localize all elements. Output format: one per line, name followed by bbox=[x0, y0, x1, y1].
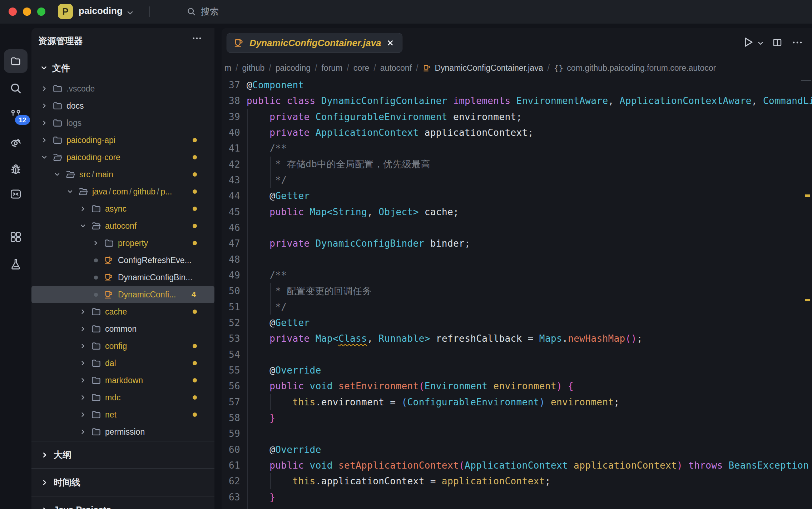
code-line-42[interactable]: 42 * 存储db中的全局配置，优先级最高 bbox=[222, 157, 812, 172]
chevron-down-icon[interactable] bbox=[79, 222, 86, 229]
chevron-down-icon[interactable] bbox=[54, 171, 61, 178]
code-line-38[interactable]: 38public class DynamicConfigContainer im… bbox=[222, 93, 812, 109]
code-line-59[interactable]: 59 bbox=[222, 426, 812, 441]
tree-item-logs[interactable]: logs bbox=[31, 114, 214, 132]
chevron-right-icon[interactable] bbox=[79, 428, 86, 435]
code-line-50[interactable]: 50 * 配置变更的回调任务 bbox=[222, 283, 812, 299]
tree-item-dynamicconfigbin-[interactable]: DynamicConfigBin... bbox=[31, 269, 214, 286]
code-line-52[interactable]: 52 @Getter bbox=[222, 315, 812, 331]
test-flask-icon[interactable] bbox=[0, 257, 31, 271]
code-line-47[interactable]: 47 private DynamicConfigBinder binder; bbox=[222, 236, 812, 251]
code-line-51[interactable]: 51 */ bbox=[222, 299, 812, 315]
outline-section-header[interactable]: 大纲 bbox=[31, 441, 214, 468]
debug-icon[interactable] bbox=[0, 162, 31, 177]
workspace-logo[interactable]: P bbox=[58, 4, 73, 19]
sidebar-more-icon[interactable] bbox=[192, 36, 202, 40]
breadcrumb-item[interactable]: github bbox=[242, 63, 265, 73]
run-button[interactable] bbox=[742, 36, 754, 49]
chevron-right-icon[interactable] bbox=[41, 137, 48, 144]
code-line-60[interactable]: 60 @Override bbox=[222, 442, 812, 458]
tree-item-permission[interactable]: permission bbox=[31, 423, 214, 440]
chevron-right-icon[interactable] bbox=[41, 119, 48, 127]
files-section-header[interactable]: 文件 bbox=[31, 59, 214, 76]
chevron-right-icon[interactable] bbox=[79, 308, 86, 315]
breadcrumb-item[interactable]: DynamicConfigContainer.java bbox=[435, 63, 543, 73]
tree-item-markdown[interactable]: markdown bbox=[31, 372, 214, 389]
terminal-icon[interactable] bbox=[0, 187, 31, 201]
chevron-right-icon[interactable] bbox=[79, 377, 86, 384]
code-line-63[interactable]: 63 } bbox=[222, 489, 812, 505]
java-projects-section-header[interactable]: Java Projects bbox=[31, 496, 214, 509]
explorer-icon[interactable] bbox=[0, 55, 31, 67]
tree-item-config[interactable]: config bbox=[31, 337, 214, 355]
tree-item-configrefresheve-[interactable]: ConfigRefreshEve... bbox=[31, 252, 214, 269]
code-line-57[interactable]: 57 this.environment = (ConfigurableEnvir… bbox=[222, 394, 812, 410]
editor-more-icon[interactable] bbox=[792, 41, 803, 44]
tree-item-autoconf[interactable]: autoconf bbox=[31, 217, 214, 234]
tree-item-net[interactable]: net bbox=[31, 406, 214, 423]
breadcrumb-item[interactable]: core bbox=[353, 63, 370, 73]
chevron-right-icon[interactable] bbox=[41, 85, 48, 92]
search-view-icon[interactable] bbox=[0, 81, 31, 95]
code-line-53[interactable]: 53 private Map<Class, Runnable> refreshC… bbox=[222, 331, 812, 346]
split-editor-icon[interactable] bbox=[772, 37, 783, 48]
tree-item-common[interactable]: common bbox=[31, 320, 214, 337]
tree-item-dynamicconfi-[interactable]: DynamicConfi...4 bbox=[31, 286, 214, 303]
code-line-46[interactable]: 46 bbox=[222, 220, 812, 236]
code-line-49[interactable]: 49 /** bbox=[222, 267, 812, 283]
breadcrumb[interactable]: m/github/paicoding/forum/core/autoconf/D… bbox=[224, 62, 716, 74]
chevron-right-icon[interactable] bbox=[41, 102, 48, 109]
run-chevron-down-icon[interactable] bbox=[757, 39, 764, 47]
tree-item--vscode[interactable]: .vscode bbox=[31, 80, 214, 97]
code-line-43[interactable]: 43 */ bbox=[222, 172, 812, 188]
chevron-right-icon[interactable] bbox=[79, 360, 86, 367]
maximize-window-button[interactable] bbox=[37, 8, 45, 16]
code-line-62[interactable]: 62 this.applicationContext = application… bbox=[222, 473, 812, 489]
breadcrumb-item[interactable]: paicoding bbox=[276, 63, 311, 73]
tree-item-dal[interactable]: dal bbox=[31, 355, 214, 372]
chevron-right-icon[interactable] bbox=[79, 342, 86, 350]
preview-eye-icon[interactable] bbox=[0, 135, 31, 149]
code-line-37[interactable]: 37@Component bbox=[222, 77, 812, 93]
code-line-41[interactable]: 41 /** bbox=[222, 140, 812, 156]
chevron-right-icon[interactable] bbox=[79, 394, 86, 401]
code-line-39[interactable]: 39 private ConfigurableEnvironment envir… bbox=[222, 109, 812, 125]
global-search[interactable]: 搜索 bbox=[187, 6, 219, 18]
extensions-icon[interactable] bbox=[0, 230, 31, 244]
breadcrumb-item[interactable]: forum bbox=[321, 63, 342, 73]
breadcrumb-item[interactable]: autoconf bbox=[380, 63, 412, 73]
chevron-down-icon[interactable] bbox=[41, 154, 48, 161]
chevron-down-icon[interactable] bbox=[66, 188, 74, 195]
code-line-61[interactable]: 61 public void setApplicationContext(App… bbox=[222, 458, 812, 473]
chevron-right-icon[interactable] bbox=[79, 411, 86, 418]
tree-item-docs[interactable]: docs bbox=[31, 97, 214, 114]
editor-tab[interactable]: DynamicConfigContainer.java bbox=[227, 33, 402, 53]
tree-item-src-main[interactable]: src/main bbox=[31, 166, 214, 183]
code-area[interactable]: 37@Component38public class DynamicConfig… bbox=[222, 77, 812, 509]
tree-item-paicoding-core[interactable]: paicoding-core bbox=[31, 149, 214, 166]
tree-item-java-com-github-p-[interactable]: java/com/github/p... bbox=[31, 183, 214, 200]
workspace-name[interactable]: paicoding bbox=[79, 5, 123, 16]
tree-item-cache[interactable]: cache bbox=[31, 303, 214, 320]
code-line-54[interactable]: 54 bbox=[222, 347, 812, 362]
code-line-64[interactable]: 64 bbox=[222, 505, 812, 509]
breadcrumb-item[interactable]: m bbox=[224, 63, 231, 73]
workspace-chevron-down-icon[interactable] bbox=[126, 9, 134, 17]
code-line-55[interactable]: 55 @Override bbox=[222, 362, 812, 378]
chevron-right-icon[interactable] bbox=[79, 325, 86, 332]
chevron-right-icon[interactable] bbox=[92, 239, 99, 247]
breadcrumb-item[interactable]: com.github.paicoding.forum.core.autocor bbox=[567, 63, 716, 73]
code-line-58[interactable]: 58 } bbox=[222, 410, 812, 426]
tree-item-paicoding-api[interactable]: paicoding-api bbox=[31, 132, 214, 149]
close-window-button[interactable] bbox=[9, 8, 17, 16]
tree-item-async[interactable]: async bbox=[31, 200, 214, 217]
code-line-48[interactable]: 48 bbox=[222, 252, 812, 267]
timeline-section-header[interactable]: 时间线 bbox=[31, 468, 214, 496]
tree-item-property[interactable]: property bbox=[31, 234, 214, 252]
minimize-window-button[interactable] bbox=[23, 8, 31, 16]
tab-close-icon[interactable] bbox=[386, 39, 394, 47]
code-line-40[interactable]: 40 private ApplicationContext applicatio… bbox=[222, 125, 812, 140]
tree-item-mdc[interactable]: mdc bbox=[31, 389, 214, 406]
code-line-45[interactable]: 45 public Map<String, Object> cache; bbox=[222, 204, 812, 220]
chevron-right-icon[interactable] bbox=[79, 205, 86, 212]
